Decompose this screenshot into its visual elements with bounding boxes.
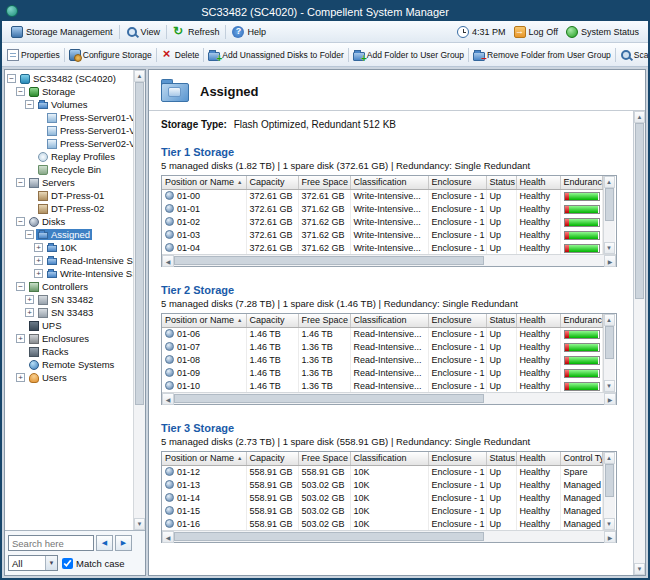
column-header-status[interactable]: Status [486, 452, 516, 465]
toolbar-button-scan-for-disks[interactable]: Scan for Disks [618, 48, 650, 62]
scrollbar-track[interactable] [604, 326, 615, 380]
tree-item-press-server01-vol02[interactable]: Press-Server01-Vol02 [5, 124, 133, 137]
scrollbar-thumb[interactable] [605, 188, 614, 221]
scrollbar-track[interactable] [174, 393, 604, 404]
column-header-free-space[interactable]: Free Space [298, 176, 350, 189]
scroll-left-button[interactable]: ◀ [162, 531, 174, 543]
status-item-system-status[interactable]: System Status [562, 25, 643, 39]
tree-expander-plus[interactable]: + [25, 308, 34, 317]
toolbar-button-remove-folder-from-user-group[interactable]: Remove Folder from User Group [471, 48, 613, 62]
disk-row-01-16[interactable]: 01-16558.91 GB503.02 GB10KEnclosure - 1U… [162, 517, 602, 530]
tree-expander-minus[interactable]: − [16, 178, 25, 187]
scrollbar-thumb[interactable] [605, 326, 614, 359]
scroll-down-button[interactable]: ▼ [604, 242, 615, 254]
tree-item-dt-press-02[interactable]: DT-Press-02 [5, 202, 133, 215]
scroll-up-button[interactable]: ▲ [134, 70, 145, 82]
column-header-endurance[interactable]: Endurance [560, 314, 602, 327]
column-header-health[interactable]: Health [516, 314, 560, 327]
tree-expander-minus[interactable]: − [25, 230, 34, 239]
disk-row-01-14[interactable]: 01-14558.91 GB503.02 GB10KEnclosure - 1U… [162, 491, 602, 504]
tree-expander-plus[interactable]: + [34, 256, 43, 265]
scroll-up-button[interactable]: ▲ [604, 452, 615, 464]
tree-item-remote-systems[interactable]: Remote Systems [5, 358, 133, 371]
column-header-status[interactable]: Status [486, 176, 516, 189]
match-case-checkbox[interactable] [62, 558, 73, 569]
column-header-enclosure[interactable]: Enclosure [428, 452, 486, 465]
disk-row-01-10[interactable]: 01-101.46 TB1.36 TBRead-Intensive...Encl… [162, 379, 602, 392]
tree-item-users[interactable]: +Users [5, 371, 133, 384]
tree-item-controllers[interactable]: −Controllers [5, 280, 133, 293]
menu-item-storage-management[interactable]: Storage Management [7, 25, 117, 39]
scrollbar-track[interactable] [174, 531, 604, 542]
search-scope-dropdown[interactable]: All ▼ [8, 555, 58, 571]
disk-row-01-03[interactable]: 01-03372.61 GB371.62 GBWrite-Intensive..… [162, 228, 602, 241]
scrollbar-thumb[interactable] [174, 532, 484, 541]
column-header-endurance[interactable]: Endurance [560, 176, 602, 189]
column-header-position-or-name[interactable]: Position or Name [162, 314, 246, 327]
scrollbar-track[interactable] [174, 255, 604, 266]
menu-item-help[interactable]: Help [228, 25, 270, 39]
column-header-health[interactable]: Health [516, 176, 560, 189]
scrollbar-thumb[interactable] [174, 394, 484, 403]
scroll-down-button[interactable]: ▼ [604, 380, 615, 392]
column-header-free-space[interactable]: Free Space [298, 314, 350, 327]
disk-row-01-04[interactable]: 01-04372.61 GB371.62 GBWrite-Intensive..… [162, 241, 602, 254]
column-header-capacity[interactable]: Capacity [246, 176, 298, 189]
scroll-right-button[interactable]: ▶ [604, 255, 616, 267]
scrollbar-track[interactable] [604, 188, 615, 242]
tree-item-racks[interactable]: Racks [5, 345, 133, 358]
tree-item-servers[interactable]: −Servers [5, 176, 133, 189]
tree-expander-minus[interactable]: − [25, 100, 34, 109]
disk-row-01-07[interactable]: 01-071.46 TB1.36 TBRead-Intensive...Encl… [162, 340, 602, 353]
column-header-capacity[interactable]: Capacity [246, 314, 298, 327]
scroll-right-button[interactable]: ▶ [604, 393, 616, 405]
scrollbar-thumb[interactable] [605, 464, 614, 497]
disk-row-01-09[interactable]: 01-091.46 TB1.36 TBRead-Intensive...Encl… [162, 366, 602, 379]
scroll-down-button[interactable]: ▼ [634, 563, 645, 575]
tree-item-enclosures[interactable]: +Enclosures [5, 332, 133, 345]
disk-row-01-13[interactable]: 01-13558.91 GB503.02 GB10KEnclosure - 1U… [162, 478, 602, 491]
menu-item-view[interactable]: View [122, 25, 164, 39]
disk-row-01-06[interactable]: 01-061.46 TB1.46 TBRead-Intensive...Encl… [162, 327, 602, 340]
tree-item-recycle-bin[interactable]: Recycle Bin [5, 163, 133, 176]
tree-expander-plus[interactable]: + [34, 269, 43, 278]
tree-expander-plus[interactable]: + [34, 243, 43, 252]
search-input[interactable] [8, 535, 94, 551]
toolbar-button-delete[interactable]: Delete [159, 48, 202, 62]
status-item-log-off[interactable]: Log Off [510, 25, 562, 39]
column-header-control-type[interactable]: Control Type [560, 452, 602, 465]
column-header-health[interactable]: Health [516, 452, 560, 465]
scroll-up-button[interactable]: ▲ [634, 111, 645, 123]
scroll-left-button[interactable]: ◀ [162, 393, 174, 405]
column-header-enclosure[interactable]: Enclosure [428, 314, 486, 327]
tree-item-sn-33482[interactable]: +SN 33482 [5, 293, 133, 306]
column-header-capacity[interactable]: Capacity [246, 452, 298, 465]
tree-item-press-server01-vol01[interactable]: Press-Server01-Vol01 [5, 111, 133, 124]
tree-item-sn-33483[interactable]: +SN 33483 [5, 306, 133, 319]
tree-item-dt-press-01[interactable]: DT-Press-01 [5, 189, 133, 202]
toolbar-button-properties[interactable]: Properties [5, 48, 62, 62]
column-header-position-or-name[interactable]: Position or Name [162, 452, 246, 465]
scrollbar-thumb[interactable] [635, 123, 644, 299]
tree-item-ups[interactable]: UPS [5, 319, 133, 332]
scroll-up-button[interactable]: ▲ [604, 176, 615, 188]
tree-item-10k[interactable]: +10K [5, 241, 133, 254]
scroll-down-button[interactable]: ▼ [134, 518, 145, 530]
scrollbar-track[interactable] [634, 123, 645, 563]
disk-row-01-01[interactable]: 01-01372.61 GB371.62 GBWrite-Intensive..… [162, 202, 602, 215]
scroll-left-button[interactable]: ◀ [162, 255, 174, 267]
tree-expander-minus[interactable]: − [16, 87, 25, 96]
column-header-classification[interactable]: Classification [350, 176, 428, 189]
menu-item-refresh[interactable]: Refresh [169, 25, 224, 39]
tree-item-write-intensive-ssd[interactable]: +Write-Intensive SSD [5, 267, 133, 280]
scroll-up-button[interactable]: ▲ [604, 314, 615, 326]
tree-item-replay-profiles[interactable]: Replay Profiles [5, 150, 133, 163]
disk-row-01-00[interactable]: 01-00372.61 GB372.61 GBWrite-Intensive..… [162, 189, 602, 202]
column-header-free-space[interactable]: Free Space [298, 452, 350, 465]
toolbar-button-add-unassigned-disks-to-folder[interactable]: Add Unassigned Disks to Folder [206, 48, 345, 62]
status-item-4-31-pm[interactable]: 4:31 PM [453, 25, 510, 39]
scroll-right-button[interactable]: ▶ [604, 531, 616, 543]
tree-item-press-server02-vol01[interactable]: Press-Server02-Vol01 [5, 137, 133, 150]
tree-item-disks[interactable]: −Disks [5, 215, 133, 228]
column-header-classification[interactable]: Classification [350, 452, 428, 465]
